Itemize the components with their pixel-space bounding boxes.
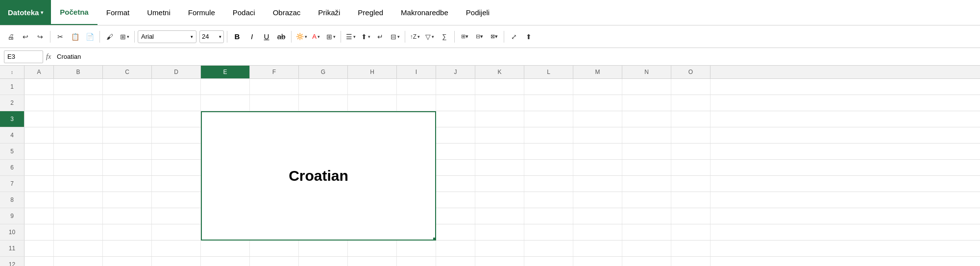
cell-o7[interactable] (671, 176, 710, 192)
cell-g12[interactable] (299, 257, 348, 266)
cell-n5[interactable] (622, 144, 671, 159)
highlight-color-button[interactable]: 🔆 ▾ (294, 30, 308, 44)
col-header-f[interactable]: F (250, 66, 299, 78)
cell-o8[interactable] (671, 192, 710, 208)
cell-m8[interactable] (573, 192, 622, 208)
cell-m7[interactable] (573, 176, 622, 192)
col-header-l[interactable]: L (524, 66, 573, 78)
cell-b5[interactable] (54, 144, 103, 159)
col-header-m[interactable]: M (573, 66, 622, 78)
cell-c6[interactable] (103, 160, 152, 175)
cell-l2[interactable] (524, 95, 573, 111)
cell-f12[interactable] (250, 257, 299, 266)
cell-k1[interactable] (475, 79, 524, 95)
cell-k6[interactable] (475, 160, 524, 175)
cell-m1[interactable] (573, 79, 622, 95)
cell-l1[interactable] (524, 79, 573, 95)
cell-a12[interactable] (24, 257, 54, 266)
cell-b10[interactable] (54, 224, 103, 240)
cell-j3[interactable] (436, 111, 475, 127)
cell-h1[interactable] (348, 79, 397, 95)
undo-button[interactable]: ↩ (19, 30, 32, 44)
cell-g11[interactable] (299, 241, 348, 256)
cell-k9[interactable] (475, 208, 524, 224)
cell-a5[interactable] (24, 144, 54, 159)
cell-c1[interactable] (103, 79, 152, 95)
cell-h2[interactable] (348, 95, 397, 111)
align-top-button[interactable]: ⬆ ▾ (359, 30, 372, 44)
merge-cells-button[interactable]: ⊟ ▾ (388, 30, 402, 44)
cell-d5[interactable] (152, 144, 201, 159)
col-header-n[interactable]: N (622, 66, 671, 78)
cell-o1[interactable] (671, 79, 710, 95)
cell-c3[interactable] (103, 111, 152, 127)
bold-button[interactable]: B (230, 30, 244, 44)
col-header-i[interactable]: I (397, 66, 436, 78)
font-color-button[interactable]: A ▾ (309, 30, 323, 44)
cell-n8[interactable] (622, 192, 671, 208)
cell-j11[interactable] (436, 241, 475, 256)
col-header-k[interactable]: K (475, 66, 524, 78)
menu-podijeli[interactable]: Podijeli (457, 0, 498, 25)
cell-b3[interactable] (54, 111, 103, 127)
cell-c7[interactable] (103, 176, 152, 192)
strikethrough-button[interactable]: ab (274, 30, 288, 44)
cell-k8[interactable] (475, 192, 524, 208)
cell-j7[interactable] (436, 176, 475, 192)
cell-e11[interactable] (201, 241, 250, 256)
cell-b2[interactable] (54, 95, 103, 111)
col-header-b[interactable]: B (54, 66, 103, 78)
align-left-button[interactable]: ☰ ▾ (344, 30, 358, 44)
cell-n12[interactable] (622, 257, 671, 266)
cell-d7[interactable] (152, 176, 201, 192)
cell-d12[interactable] (152, 257, 201, 266)
menu-formule[interactable]: Formule (179, 0, 224, 25)
cell-d11[interactable] (152, 241, 201, 256)
cell-b7[interactable] (54, 176, 103, 192)
font-name-selector[interactable]: Arial ▾ (138, 30, 196, 43)
cell-n1[interactable] (622, 79, 671, 95)
cut-button[interactable]: ✂ (53, 30, 67, 44)
cell-l10[interactable] (524, 224, 573, 240)
menu-makronaredbe[interactable]: Makronaredbe (392, 0, 457, 25)
paste-button[interactable]: 📄 (83, 30, 97, 44)
cell-n7[interactable] (622, 176, 671, 192)
italic-button[interactable]: I (245, 30, 259, 44)
cell-a6[interactable] (24, 160, 54, 175)
col-header-e[interactable]: E (201, 66, 250, 78)
cell-n2[interactable] (622, 95, 671, 111)
cell-o9[interactable] (671, 208, 710, 224)
cell-l12[interactable] (524, 257, 573, 266)
cell-n3[interactable] (622, 111, 671, 127)
cell-k11[interactable] (475, 241, 524, 256)
cell-b12[interactable] (54, 257, 103, 266)
print-button[interactable]: 🖨 (4, 30, 18, 44)
cell-n10[interactable] (622, 224, 671, 240)
cell-j5[interactable] (436, 144, 475, 159)
cell-g1[interactable] (299, 79, 348, 95)
cell-d3[interactable] (152, 111, 201, 127)
cell-j12[interactable] (436, 257, 475, 266)
cell-o10[interactable] (671, 224, 710, 240)
col-header-o[interactable]: O (671, 66, 710, 78)
cell-m12[interactable] (573, 257, 622, 266)
cell-a7[interactable] (24, 176, 54, 192)
cell-b1[interactable] (54, 79, 103, 95)
cell-c9[interactable] (103, 208, 152, 224)
cell-a3[interactable] (24, 111, 54, 127)
resize-button[interactable]: ⤢ (507, 30, 521, 44)
cell-c5[interactable] (103, 144, 152, 159)
cell-o12[interactable] (671, 257, 710, 266)
cell-c2[interactable] (103, 95, 152, 111)
cell-j6[interactable] (436, 160, 475, 175)
cell-d10[interactable] (152, 224, 201, 240)
cell-o3[interactable] (671, 111, 710, 127)
cell-l8[interactable] (524, 192, 573, 208)
cell-a2[interactable] (24, 95, 54, 111)
cell-e2[interactable] (201, 95, 250, 111)
cell-n11[interactable] (622, 241, 671, 256)
cell-n4[interactable] (622, 127, 671, 143)
wrap-text-button[interactable]: ↵ (373, 30, 387, 44)
cell-l6[interactable] (524, 160, 573, 175)
cell-n6[interactable] (622, 160, 671, 175)
